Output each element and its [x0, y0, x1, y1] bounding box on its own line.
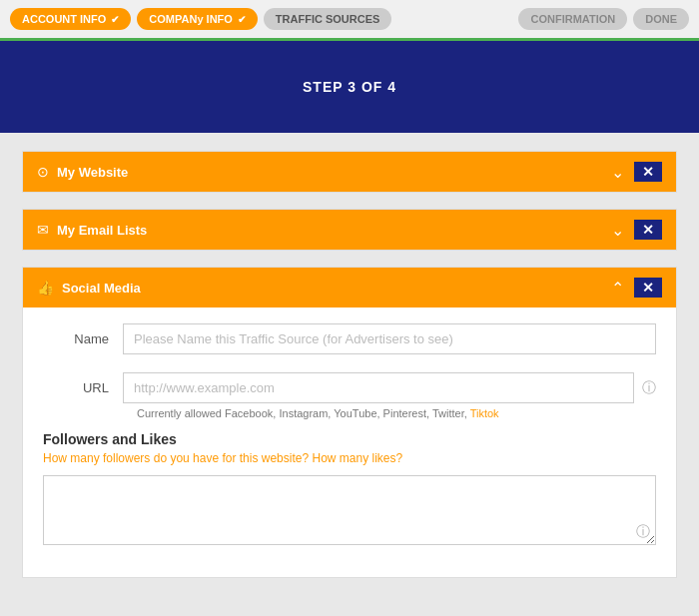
url-hint: Currently allowed Facebook, Instagram, Y… [137, 407, 656, 419]
social-chevron-btn[interactable]: ⌃ [605, 279, 630, 298]
my-email-lists-header[interactable]: ✉ My Email Lists ⌄ ✕ [23, 210, 676, 250]
name-row: Name [43, 323, 656, 354]
company-check-icon: ✔ [238, 14, 246, 25]
account-info-label: ACCOUNT INFO [22, 13, 106, 25]
followers-section: Followers and Likes How many followers d… [43, 431, 656, 561]
nav-account-info[interactable]: ACCOUNT INFO ✔ [10, 8, 131, 30]
nav-company-info[interactable]: COMPANy INFO ✔ [137, 8, 258, 30]
textarea-wrap: ⓘ [43, 475, 656, 549]
followers-title: Followers and Likes [43, 431, 656, 447]
url-input[interactable] [123, 372, 634, 403]
confirmation-label: CONFIRMATION [530, 13, 615, 25]
my-website-title: My Website [57, 165, 605, 180]
url-label: URL [43, 380, 123, 395]
nav-done[interactable]: DONE [633, 8, 689, 30]
main-content: ⊙ My Website ⌄ ✕ ✉ My Email Lists ⌄ ✕ 👍 … [0, 133, 699, 612]
url-info-icon[interactable]: ⓘ [642, 379, 656, 397]
email-close-btn[interactable]: ✕ [634, 220, 662, 240]
account-check-icon: ✔ [111, 14, 119, 25]
company-info-label: COMPANy INFO [149, 13, 233, 25]
name-label: Name [43, 331, 123, 346]
done-label: DONE [645, 13, 677, 25]
email-icon: ✉ [37, 222, 49, 238]
social-media-card: 👍 Social Media ⌃ ✕ Name URL ⓘ Currently … [22, 267, 677, 578]
social-icon: 👍 [37, 280, 54, 296]
url-row: URL ⓘ [43, 372, 656, 403]
nav-traffic-sources[interactable]: TRAFFIC SOURCES [264, 8, 392, 30]
nav-confirmation[interactable]: CONFIRMATION [518, 8, 627, 30]
social-media-title: Social Media [62, 281, 605, 296]
this-website-link[interactable]: this website [240, 451, 303, 465]
social-media-header[interactable]: 👍 Social Media ⌃ ✕ [23, 268, 676, 308]
social-media-body: Name URL ⓘ Currently allowed Facebook, I… [23, 308, 676, 577]
tiktok-link[interactable]: Tiktok [470, 407, 499, 419]
my-email-lists-card: ✉ My Email Lists ⌄ ✕ [22, 209, 677, 251]
textarea-info-icon: ⓘ [636, 523, 650, 541]
url-hint-text: Currently allowed Facebook, Instagram, Y… [137, 407, 470, 419]
website-icon: ⊙ [37, 164, 49, 180]
my-email-lists-title: My Email Lists [57, 223, 605, 238]
my-website-header[interactable]: ⊙ My Website ⌄ ✕ [23, 152, 676, 192]
website-close-btn[interactable]: ✕ [634, 162, 662, 182]
name-input[interactable] [123, 323, 656, 354]
followers-desc-prefix: How many followers do you have for [43, 451, 240, 465]
followers-textarea[interactable] [43, 475, 656, 545]
followers-desc: How many followers do you have for this … [43, 451, 656, 465]
followers-desc-suffix: ? How many likes? [302, 451, 402, 465]
step-banner: STEP 3 OF 4 [0, 41, 699, 133]
top-nav: ACCOUNT INFO ✔ COMPANy INFO ✔ TRAFFIC SO… [0, 0, 699, 41]
social-close-btn[interactable]: ✕ [634, 278, 662, 298]
email-chevron-btn[interactable]: ⌄ [605, 221, 630, 240]
my-website-card: ⊙ My Website ⌄ ✕ [22, 151, 677, 193]
step-text: STEP 3 OF 4 [303, 79, 396, 95]
traffic-sources-label: TRAFFIC SOURCES [276, 13, 380, 25]
website-chevron-btn[interactable]: ⌄ [605, 163, 630, 182]
